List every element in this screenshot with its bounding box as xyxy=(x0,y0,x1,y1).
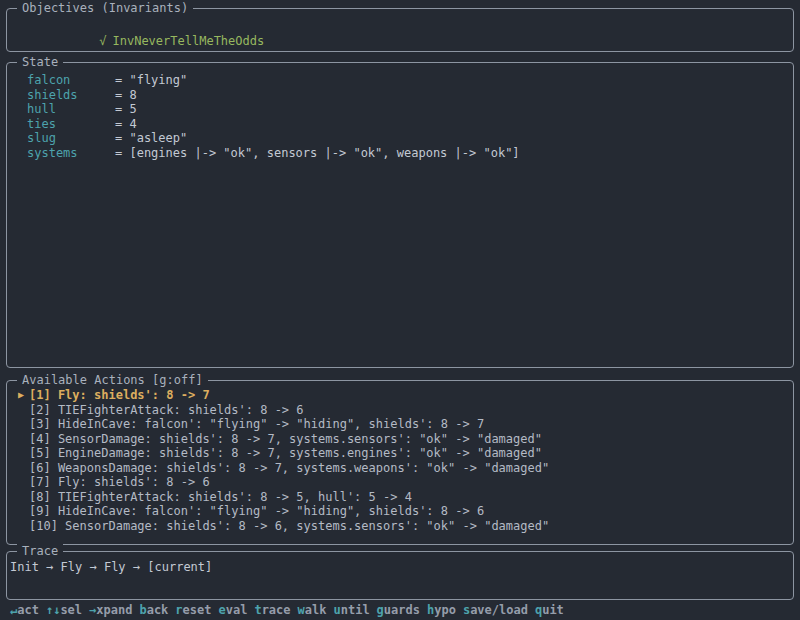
selected-action-marker-icon xyxy=(13,403,29,418)
action-item-label: [1] Fly: shields': 8 -> 7 xyxy=(29,388,210,403)
state-variable-row: hull= 5 xyxy=(27,102,793,117)
state-variable-row: slug= "asleep" xyxy=(27,131,793,146)
selected-action-marker-icon xyxy=(13,519,29,534)
statusbar-shortcut-label: ack xyxy=(147,603,169,618)
selected-action-marker-icon xyxy=(13,504,29,519)
statusbar-shortcut-key: e xyxy=(218,603,225,618)
state-variable-row: systems= [engines |-> "ok", sensors |-> … xyxy=(27,146,793,161)
action-item[interactable]: [5] EngineDamage: shields': 8 -> 7, syst… xyxy=(13,446,793,461)
statusbar-shortcut[interactable]: walk xyxy=(298,603,327,618)
actions-list: ▶[1] Fly: shields': 8 -> 7 [2] TIEFighte… xyxy=(7,381,793,533)
state-variable-value: = "asleep" xyxy=(115,131,187,146)
statusbar-shortcut-label: xpand xyxy=(96,603,132,618)
statusbar-shortcut[interactable]: guards xyxy=(377,603,420,618)
trace-panel-title: Trace xyxy=(17,544,63,559)
action-item[interactable]: [3] HideInCave: falcon': "flying" -> "hi… xyxy=(13,417,793,432)
action-item[interactable]: [4] SensorDamage: shields': 8 -> 7, syst… xyxy=(13,432,793,447)
statusbar-shortcut-key: g xyxy=(377,603,384,618)
statusbar-shortcut[interactable]: save/load xyxy=(463,603,528,618)
action-item[interactable]: [6] WeaponsDamage: shields': 8 -> 7, sys… xyxy=(13,461,793,476)
statusbar-shortcut-key: w xyxy=(298,603,305,618)
state-panel-title: State xyxy=(17,55,63,70)
statusbar-shortcut[interactable]: quit xyxy=(535,603,564,618)
state-variable-value: = [engines |-> "ok", sensors |-> "ok", w… xyxy=(115,146,520,161)
selected-action-marker-icon xyxy=(13,432,29,447)
selected-action-marker-icon xyxy=(13,446,29,461)
action-item[interactable]: [8] TIEFighterAttack: shields': 8 -> 5, … xyxy=(13,490,793,505)
statusbar-shortcut[interactable]: ↑↓sel xyxy=(46,603,82,618)
statusbar-shortcut-label: act xyxy=(17,603,39,618)
action-item-label: [7] Fly: shields': 8 -> 6 xyxy=(29,475,210,490)
available-actions-panel-title: Available Actions [g:off] xyxy=(17,373,208,388)
statusbar-shortcut-label: sel xyxy=(60,603,82,618)
statusbar-shortcut-key: h xyxy=(427,603,434,618)
objectives-panel-title: Objectives (Invariants) xyxy=(17,1,193,16)
statusbar-shortcut-key: b xyxy=(139,603,146,618)
statusbar-shortcut-label: val xyxy=(226,603,248,618)
available-actions-panel: Available Actions [g:off] ▶[1] Fly: shie… xyxy=(6,380,794,545)
statusbar-shortcut[interactable]: eval xyxy=(218,603,247,618)
statusbar-shortcut-label: uit xyxy=(542,603,564,618)
statusbar-shortcut-key: → xyxy=(89,603,96,618)
action-item[interactable]: ▶[1] Fly: shields': 8 -> 7 xyxy=(13,388,793,403)
statusbar-shortcut-label: ave/load xyxy=(470,603,528,618)
statusbar-shortcut[interactable]: hypo xyxy=(427,603,456,618)
state-variable-row: ties= 4 xyxy=(27,117,793,132)
statusbar-shortcut[interactable]: →xpand xyxy=(89,603,132,618)
state-variable-name: systems xyxy=(27,146,115,161)
state-variable-value: = "flying" xyxy=(115,73,187,88)
trace-content: Init → Fly → Fly → [current] xyxy=(7,552,793,575)
action-item-label: [9] HideInCave: falcon': "flying" -> "hi… xyxy=(29,504,484,519)
action-item[interactable]: [2] TIEFighterAttack: shields': 8 -> 6 xyxy=(13,403,793,418)
action-item-label: [10] SensorDamage: shields': 8 -> 6, sys… xyxy=(29,519,549,534)
state-variable-row: shields= 8 xyxy=(27,88,793,103)
objective-label: InvNeverTellMeTheOdds xyxy=(112,34,264,48)
action-item[interactable]: [9] HideInCave: falcon': "flying" -> "hi… xyxy=(13,504,793,519)
statusbar-shortcut-key: ↑↓ xyxy=(46,603,60,618)
statusbar-shortcut[interactable]: back xyxy=(139,603,168,618)
statusbar-shortcut-key: r xyxy=(175,603,182,618)
action-item-label: [2] TIEFighterAttack: shields': 8 -> 6 xyxy=(29,403,304,418)
app-root: Objectives (Invariants) √InvNeverTellMeT… xyxy=(0,0,800,620)
statusbar-shortcut-label: ntil xyxy=(341,603,370,618)
status-bar: ↵act ↑↓sel →xpand back reset eval trac xyxy=(6,600,794,620)
state-panel: State falcon= "flying" shields= 8 hull= … xyxy=(6,62,794,368)
statusbar-shortcut-label: race xyxy=(262,603,291,618)
state-variable-name: falcon xyxy=(27,73,115,88)
state-variable-value: = 4 xyxy=(115,117,137,132)
action-item-label: [3] HideInCave: falcon': "flying" -> "hi… xyxy=(29,417,484,432)
objectives-panel: Objectives (Invariants) √InvNeverTellMeT… xyxy=(6,8,794,52)
state-variable-value: = 8 xyxy=(115,88,137,103)
state-variable-name: ties xyxy=(27,117,115,132)
statusbar-shortcut-key: u xyxy=(333,603,340,618)
check-icon: √ xyxy=(99,34,106,48)
selected-action-marker-icon: ▶ xyxy=(13,388,29,403)
state-variable-name: slug xyxy=(27,131,115,146)
objectives-list: √InvNeverTellMeTheOdds xyxy=(7,9,793,63)
state-variable-list: falcon= "flying" shields= 8 hull= 5 ties… xyxy=(7,63,793,160)
action-item-label: [5] EngineDamage: shields': 8 -> 7, syst… xyxy=(29,446,542,461)
statusbar-shortcut[interactable]: reset xyxy=(175,603,211,618)
objective-item: √InvNeverTellMeTheOdds xyxy=(7,9,793,63)
selected-action-marker-icon xyxy=(13,417,29,432)
statusbar-shortcut-label: alk xyxy=(305,603,327,618)
statusbar-shortcut-label: eset xyxy=(183,603,212,618)
state-variable-name: hull xyxy=(27,102,115,117)
statusbar-shortcut-key: q xyxy=(535,603,542,618)
trace-panel: Trace Init → Fly → Fly → [current] xyxy=(6,551,794,600)
selected-action-marker-icon xyxy=(13,461,29,476)
statusbar-shortcut-label: ypo xyxy=(434,603,456,618)
action-item-label: [4] SensorDamage: shields': 8 -> 7, syst… xyxy=(29,432,542,447)
state-variable-name: shields xyxy=(27,88,115,103)
selected-action-marker-icon xyxy=(13,490,29,505)
action-item[interactable]: [10] SensorDamage: shields': 8 -> 6, sys… xyxy=(13,519,793,534)
statusbar-shortcut[interactable]: ↵act xyxy=(10,603,39,618)
statusbar-shortcut[interactable]: until xyxy=(333,603,369,618)
statusbar-shortcut-key: ↵ xyxy=(10,603,17,618)
statusbar-shortcut[interactable]: trace xyxy=(254,603,290,618)
action-item[interactable]: [7] Fly: shields': 8 -> 6 xyxy=(13,475,793,490)
statusbar-shortcut-label: uards xyxy=(384,603,420,618)
action-item-label: [6] WeaponsDamage: shields': 8 -> 7, sys… xyxy=(29,461,549,476)
statusbar-shortcut-key: t xyxy=(254,603,261,618)
statusbar-shortcut-key: s xyxy=(463,603,470,618)
